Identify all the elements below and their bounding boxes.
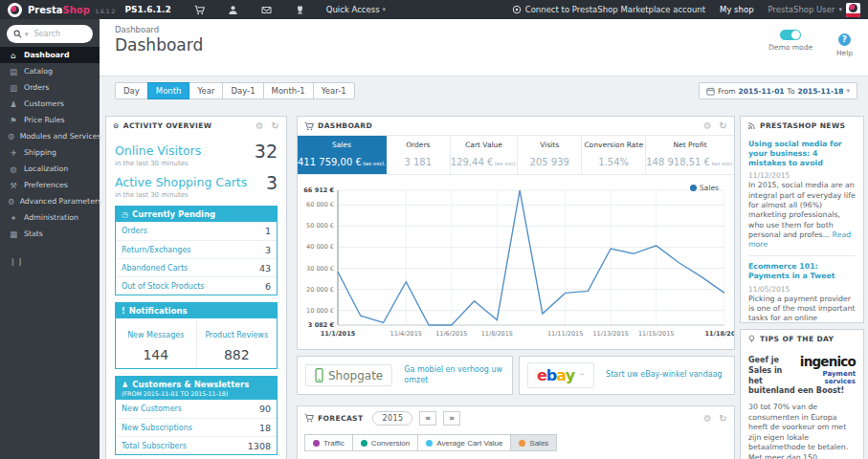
panel-title: FORECAST — [318, 414, 363, 423]
prestashop-logo-icon[interactable] — [8, 3, 22, 17]
conversion-dot-icon — [361, 440, 367, 447]
active-carts-link[interactable]: Active Shopping Carts — [115, 175, 247, 189]
sidebar-item-customers[interactable]: ♟Customers — [0, 96, 100, 112]
trophy-icon[interactable] — [295, 5, 305, 15]
forecast-prev-button[interactable]: « — [419, 411, 436, 426]
marketplace-link[interactable]: Connect to PrestaShop Marketplace accoun… — [512, 5, 705, 14]
sidebar-item-modules-and-services[interactable]: ⚙Modules and Services — [0, 128, 100, 144]
toggle-switch-icon[interactable] — [780, 30, 801, 40]
help-button[interactable]: ? Help — [836, 28, 853, 57]
pending-return-exchanges-link[interactable]: Return/Exchanges — [122, 246, 191, 254]
refresh-icon[interactable]: ↻ — [719, 409, 727, 427]
sidebar-item-advanced-parameters[interactable]: ⚙Advanced Parameters — [0, 193, 100, 209]
mail-icon[interactable] — [261, 5, 272, 15]
sidebar: ▾ Search ⌂Dashboard▤Catalog▥Orders♟Custo… — [0, 19, 100, 459]
kpi-orders[interactable]: Orders3 181 — [387, 136, 451, 174]
svg-text:11/1/2015: 11/1/2015 — [321, 330, 356, 338]
topbar: PrestaShop 1.6.1.2 PS1.6.1.2 Quick Acces… — [0, 0, 868, 19]
news-article-date: 11/12/2015 — [748, 171, 856, 180]
product-reviews-link[interactable]: Product Reviews — [205, 331, 268, 339]
sidebar-item-price-rules[interactable]: ⚑Price Rules — [0, 112, 100, 128]
range-month-1-button[interactable]: Month-1 — [263, 82, 314, 99]
toggle-conversion[interactable]: Conversion — [352, 434, 418, 451]
new-messages-cell: New Messages 144 — [116, 318, 196, 368]
toggle-traffic[interactable]: Traffic — [304, 434, 353, 451]
pending-out-of-stock-products-value: 6 — [265, 281, 271, 292]
toggle-average-cart-value[interactable]: Average Cart Value — [417, 434, 511, 451]
range-day-button[interactable]: Day — [115, 82, 148, 99]
gear-icon[interactable]: ⚙ — [256, 117, 264, 135]
avatar — [846, 3, 860, 17]
sidebar-item-administration[interactable]: ✦Administration — [0, 209, 100, 226]
pending-orders-link[interactable]: Orders — [122, 227, 147, 235]
range-month-button[interactable]: Month — [147, 82, 190, 99]
pending-out-of-stock-products-link[interactable]: Out of Stock Products — [122, 282, 205, 291]
customer-icon[interactable] — [228, 5, 238, 15]
stats-icon: ▦ — [8, 230, 19, 239]
collapse-sidebar-button[interactable]: ❙❙ — [10, 257, 100, 266]
sidebar-item-catalog[interactable]: ▤Catalog — [0, 63, 100, 79]
shop-version[interactable]: PS1.6.1.2 — [124, 5, 170, 14]
shopgate-link[interactable]: Ga mobiel en verhoog uw omzet — [404, 365, 504, 385]
kpi-conversion-rate[interactable]: Conversion Rate1.54% — [582, 136, 646, 174]
preferences-icon: ⚒ — [8, 181, 19, 190]
demo-mode-toggle[interactable]: Demo mode — [768, 30, 812, 52]
toggle-label: Traffic — [323, 439, 345, 448]
pending-row: Orders1 — [116, 222, 277, 240]
pending-row: Out of Stock Products6 — [116, 276, 277, 295]
person-icon: ♟ — [122, 381, 128, 389]
my-shop-link[interactable]: My shop — [720, 5, 753, 14]
customers-total-subscribers-link[interactable]: Total Subscribers — [122, 442, 187, 450]
user-label: PrestaShop User — [768, 5, 835, 14]
refresh-icon[interactable]: ↻ — [719, 117, 727, 135]
range-year-button[interactable]: Year — [189, 82, 223, 99]
toggle-sales[interactable]: Sales — [510, 434, 557, 451]
panel-title: ACTIVITY OVERVIEW — [123, 121, 212, 130]
sidebar-item-stats[interactable]: ▦Stats — [0, 226, 100, 242]
customers-new-subscriptions-link[interactable]: New Subscriptions — [122, 424, 192, 432]
cart-icon[interactable] — [194, 5, 205, 15]
kpi-visits[interactable]: Visits205 939 — [518, 136, 582, 174]
customers-new-customers-link[interactable]: New Customers — [122, 404, 182, 413]
kpi-sales[interactable]: Sales411 759,00 € tax excl. — [298, 136, 387, 174]
quick-access-menu[interactable]: Quick Access ▾ — [326, 5, 386, 14]
breadcrumb[interactable]: Dashboard — [115, 25, 159, 34]
new-messages-link[interactable]: New Messages — [127, 331, 184, 339]
ebay-banner[interactable]: ebay™ Start uw eBay-winkel vandaag — [519, 356, 735, 395]
online-visitors-value: 32 — [255, 141, 278, 162]
svg-text:11/11/2015: 11/11/2015 — [547, 330, 583, 338]
sidebar-item-dashboard[interactable]: ⌂Dashboard — [0, 47, 100, 63]
sidebar-item-preferences[interactable]: ⚒Preferences — [0, 177, 100, 193]
range-year-1-button[interactable]: Year-1 — [313, 82, 355, 99]
chevron-down-icon: ▾ — [25, 31, 29, 38]
shopgate-banner[interactable]: Shopgate Ga mobiel en verhoog uw omzet — [297, 356, 513, 395]
page-header: Dashboard Dashboard Demo mode ? Help — [100, 19, 868, 76]
sidebar-search[interactable]: ▾ Search — [7, 25, 93, 43]
date-range-picker[interactable]: From 2015-11-01 To 2015-11-18 ▾ — [699, 82, 857, 99]
pending-abandoned-carts-link[interactable]: Abandoned Carts — [122, 264, 188, 273]
ebay-link[interactable]: Start uw eBay-winkel vandaag — [606, 370, 723, 380]
section-title: Notifications — [129, 306, 188, 316]
news-article-title[interactable]: Ecommerce 101: Payments in a Tweet — [748, 262, 856, 281]
user-menu[interactable]: PrestaShop User ▾ — [768, 3, 860, 17]
kpi-cart-value[interactable]: Cart Value129,44 € tax excl. — [451, 136, 519, 174]
kpi-value: 205 939 — [518, 157, 581, 167]
sidebar-item-shipping[interactable]: ✈Shipping — [0, 144, 100, 161]
online-visitors-link[interactable]: Online Visitors — [115, 143, 201, 158]
forecast-year-select[interactable]: 2015 — [372, 411, 412, 426]
gear-icon[interactable]: ⚙ — [703, 117, 712, 135]
sidebar-item-label: Orders — [24, 83, 49, 92]
forecast-next-button[interactable]: » — [443, 411, 460, 426]
customers-newsletters-section: ♟ Customers & Newsletters (FROM 2015-11-… — [115, 376, 278, 455]
brand: PrestaShop 1.6.1.2 — [28, 5, 115, 15]
refresh-icon[interactable]: ↻ — [271, 117, 279, 135]
svg-text:66 912 €: 66 912 € — [303, 186, 334, 194]
news-article-title[interactable]: Using social media for your business: 4 … — [748, 140, 856, 168]
sidebar-item-orders[interactable]: ▥Orders — [0, 79, 100, 96]
sidebar-item-localization[interactable]: ◍Localization — [0, 161, 100, 177]
modules-icon: ⚙ — [8, 132, 15, 142]
sidebar-item-label: Dashboard — [24, 51, 70, 59]
kpi-net-profit[interactable]: Net Profit148 918,51 € tax excl. — [646, 136, 734, 174]
gear-icon[interactable]: ⚙ — [703, 409, 712, 427]
range-day-1-button[interactable]: Day-1 — [222, 82, 263, 99]
